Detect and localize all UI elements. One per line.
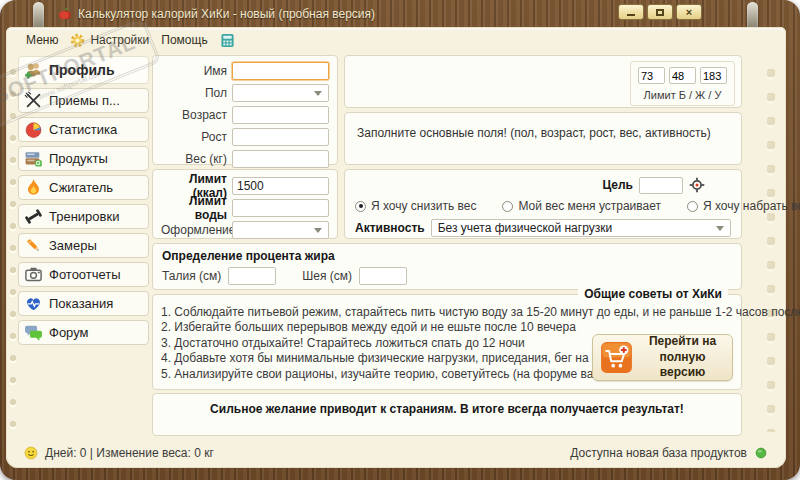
tips-panel: Общие советы от ХиКи 1. Соблюдайте питье… bbox=[152, 294, 742, 390]
burner-icon bbox=[24, 178, 43, 197]
profile-icon bbox=[24, 61, 43, 80]
title-bar: Калькулятор калорий ХиКи - новый (пробна… bbox=[0, 0, 800, 27]
sidebar-item-label: Форум bbox=[49, 325, 89, 340]
sidebar-item-statistics[interactable]: Статистика bbox=[18, 117, 149, 142]
menu-item-settings[interactable]: Настройки bbox=[70, 33, 149, 48]
app-window: Меню Настройки Помощь bbox=[6, 27, 786, 468]
sidebar-item-label: Приемы п... bbox=[49, 93, 120, 108]
sidebar-item-vitals[interactable]: Показания bbox=[18, 291, 149, 316]
photos-icon bbox=[24, 265, 43, 284]
sidebar: Профиль Приемы п... bbox=[18, 56, 149, 349]
sidebar-item-label: Тренировки bbox=[49, 209, 119, 224]
limit-water-input[interactable] bbox=[232, 199, 329, 217]
fat-limit-input[interactable] bbox=[669, 67, 696, 84]
goal-input[interactable] bbox=[639, 177, 683, 194]
sidebar-item-label: Замеры bbox=[49, 238, 97, 253]
activity-label: Активность bbox=[355, 221, 425, 235]
fat-percent-panel: Определение процента жира Талия (см) Шея… bbox=[152, 243, 742, 290]
smiley-icon bbox=[24, 446, 38, 460]
quote-panel: Сильное желание приводит к стараниям. В … bbox=[152, 393, 742, 436]
weight-input[interactable] bbox=[232, 150, 329, 168]
radio-lose-weight[interactable]: Я хочу снизить вес bbox=[355, 199, 476, 213]
gear-icon bbox=[70, 33, 85, 48]
protein-limit-input[interactable] bbox=[638, 67, 665, 84]
sidebar-item-label: Сжигатель bbox=[49, 180, 113, 195]
sidebar-item-forum[interactable]: Форум bbox=[18, 320, 149, 345]
workouts-icon bbox=[24, 207, 43, 226]
limit-kcal-input[interactable] bbox=[232, 177, 329, 195]
chevron-down-icon bbox=[314, 91, 322, 96]
window-frame: Калькулятор калорий ХиКи - новый (пробна… bbox=[0, 0, 800, 480]
chevron-down-icon bbox=[314, 228, 322, 233]
goal-label: Цель bbox=[602, 178, 633, 192]
menu-item-menu[interactable]: Меню bbox=[26, 33, 58, 47]
vitals-icon bbox=[24, 294, 43, 313]
tip-item: 1. Соблюдайте питьевой режим, старайтесь… bbox=[161, 305, 733, 320]
close-button[interactable]: × bbox=[676, 4, 702, 20]
goal-panel: Цель Я хочу снизить вес bbox=[344, 169, 742, 239]
height-label: Рост bbox=[161, 130, 227, 144]
bju-panel: Лимит Б / Ж / У bbox=[344, 55, 742, 108]
radio-dot bbox=[355, 201, 366, 212]
radio-keep-weight[interactable]: Мой вес меня устраивает bbox=[502, 199, 661, 213]
status-bar: Дней: 0 | Изменение веса: 0 кг Доступна … bbox=[24, 444, 768, 462]
activity-select[interactable]: Без учета физической нагрузки bbox=[431, 219, 731, 237]
motivation-quote: Сильное желание приводит к стараниям. В … bbox=[210, 402, 684, 416]
radio-dot bbox=[502, 201, 513, 212]
sidebar-item-label: Продукты bbox=[49, 151, 108, 166]
status-days-weight: Дней: 0 | Изменение веса: 0 кг bbox=[45, 446, 214, 460]
radio-dot bbox=[687, 201, 698, 212]
cart-plus-icon bbox=[600, 341, 633, 374]
status-db-update: Доступна новая база продуктов bbox=[570, 446, 747, 460]
waist-label: Талия (см) bbox=[162, 269, 221, 283]
maximize-icon bbox=[656, 9, 664, 16]
decor-holes-right bbox=[760, 61, 782, 432]
upgrade-button-label: Перейти на полную версию bbox=[640, 334, 726, 381]
sidebar-item-label: Показания bbox=[49, 296, 113, 311]
limits-panel: Лимит (ккал) Лимит воды Оформление bbox=[152, 169, 338, 239]
sidebar-item-label: Профиль bbox=[49, 62, 115, 78]
chevron-down-icon bbox=[716, 226, 724, 231]
sidebar-item-meals[interactable]: Приемы п... bbox=[18, 88, 149, 113]
personal-data-panel: Имя Пол Возраст Рост Вес (кг) bbox=[152, 55, 338, 165]
gender-select[interactable] bbox=[232, 84, 329, 102]
window-title: Калькулятор калорий ХиКи - новый (пробна… bbox=[78, 7, 375, 21]
sidebar-item-profile[interactable]: Профиль bbox=[18, 56, 149, 84]
bju-label: Лимит Б / Ж / У bbox=[638, 89, 727, 101]
measurements-icon bbox=[24, 236, 43, 255]
menu-bar: Меню Настройки Помощь bbox=[26, 31, 235, 49]
carbs-limit-input[interactable] bbox=[700, 67, 727, 84]
theme-select[interactable] bbox=[232, 221, 329, 239]
waist-input[interactable] bbox=[228, 267, 276, 285]
forum-icon bbox=[24, 323, 43, 342]
statistics-icon bbox=[24, 120, 43, 139]
gender-label: Пол bbox=[161, 86, 227, 100]
products-icon bbox=[24, 149, 43, 168]
sidebar-item-workouts[interactable]: Тренировки bbox=[18, 204, 149, 229]
fill-fields-notice: Заполните основные поля! (пол, возраст, … bbox=[357, 126, 711, 140]
age-input[interactable] bbox=[232, 106, 329, 124]
upgrade-button[interactable]: Перейти на полную версию bbox=[592, 334, 733, 381]
theme-label: Оформление bbox=[161, 223, 227, 237]
sidebar-item-photos[interactable]: Фотоотчеты bbox=[18, 262, 149, 287]
meals-icon bbox=[24, 91, 43, 110]
menu-item-help[interactable]: Помощь bbox=[161, 33, 207, 47]
minimize-icon bbox=[627, 14, 635, 16]
calculator-icon[interactable] bbox=[220, 33, 235, 48]
maximize-button[interactable] bbox=[647, 4, 673, 20]
neck-input[interactable] bbox=[359, 267, 407, 285]
radio-gain-weight[interactable]: Я хочу набрать вес bbox=[687, 199, 800, 213]
sidebar-item-products[interactable]: Продукты bbox=[18, 146, 149, 171]
notice-panel: Заполните основные поля! (пол, возраст, … bbox=[344, 112, 742, 165]
target-icon[interactable] bbox=[689, 177, 705, 193]
minimize-button[interactable] bbox=[618, 4, 644, 20]
neck-label: Шея (см) bbox=[302, 269, 352, 283]
age-label: Возраст bbox=[161, 108, 227, 122]
tips-title: Общие советы от ХиКи bbox=[578, 287, 728, 301]
sidebar-item-label: Фотоотчеты bbox=[49, 267, 121, 282]
sidebar-item-burner[interactable]: Сжигатель bbox=[18, 175, 149, 200]
sidebar-item-measurements[interactable]: Замеры bbox=[18, 233, 149, 258]
app-apple-icon bbox=[58, 7, 72, 21]
height-input[interactable] bbox=[232, 128, 329, 146]
name-input[interactable] bbox=[232, 62, 329, 80]
